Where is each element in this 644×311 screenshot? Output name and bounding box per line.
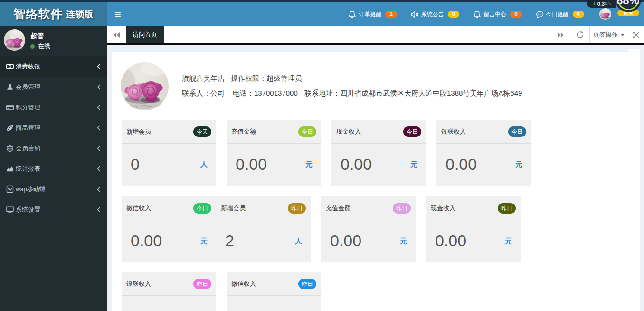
stat-card-badge: 今日 (193, 203, 211, 214)
sidebar-toggle-button[interactable] (107, 2, 128, 26)
stat-card-value: 0.00 (131, 232, 162, 250)
stat-card-header: 新增会员今天 (122, 120, 216, 144)
sidebar: 超管 在线 消费收银会员管理积分管理商品管理会员营销统计报表wap移动端系统设置 (0, 26, 107, 311)
stat-card-badge: 昨日 (193, 279, 211, 289)
bell-icon (348, 10, 359, 19)
stat-card-body: 0.00元 (321, 220, 416, 262)
sidebar-menu: 消费收银会员管理积分管理商品管理会员营销统计报表wap移动端系统设置 (0, 56, 107, 220)
sidebar-item-label: 会员营销 (16, 144, 40, 153)
sidebar-user-status[interactable]: 在线 (30, 42, 50, 50)
avatar-image (121, 62, 169, 110)
fullscreen-button[interactable] (628, 26, 644, 43)
tab-controls: 页签操作 (551, 26, 644, 43)
content-area: 旗舰店美年店 操作权限：超级管理员 联系人：公司 电话：13700137000 … (107, 45, 644, 311)
sidebar-item-user[interactable]: 会员管理 (0, 77, 107, 97)
expand-icon (633, 31, 640, 39)
sidebar-item-wap[interactable]: wap移动端 (0, 179, 107, 199)
sidebar-avatar[interactable] (4, 29, 25, 51)
desktop-icon (6, 206, 14, 214)
forward-icon (557, 32, 565, 38)
dashboard-panel: 旗舰店美年店 操作权限：超级管理员 联系人：公司 电话：13700137000 … (112, 49, 640, 311)
stat-card-body (227, 296, 321, 311)
sidebar-item-desktop[interactable]: 系统设置 (0, 199, 107, 220)
user-icon (6, 83, 14, 91)
navbar-menu: 订单提醒1系统公告0留言中心0今日提醒0 (334, 2, 584, 26)
stat-card-body: 0.00元 (122, 220, 216, 262)
stat-card-value: 0.00 (445, 155, 477, 174)
stat-card-label: 新增会员 (221, 204, 246, 213)
stat-card: 现金收入今日0.00元 (331, 120, 426, 186)
navbar-item-today-reminder[interactable]: 今日提醒0 (536, 10, 584, 19)
download-speed: 0.3 (597, 1, 605, 7)
chevron-left-icon (97, 84, 101, 90)
navbar-item-system-announcement[interactable]: 系统公告0 (411, 10, 459, 19)
shop-phone: 电话：13700137000 (233, 89, 298, 98)
stat-card-value: 2 (225, 232, 234, 250)
tab-home[interactable]: 访问首页 (126, 26, 164, 43)
stat-card-label: 充值金额 (326, 204, 350, 213)
stat-card-header: 微信收入今日 (122, 196, 216, 220)
stat-card-header: 银联收入昨日 (122, 272, 216, 296)
avatar-image (4, 29, 25, 51)
credit-card-icon (6, 104, 14, 111)
area-chart-icon (6, 165, 14, 173)
usage-gauge[interactable]: 88% (616, 0, 641, 13)
stat-card-body: 0.00元 (436, 144, 531, 185)
sidebar-item-area-chart[interactable]: 统计报表 (0, 158, 107, 179)
stat-card: 现金收入昨日0.00元 (426, 196, 521, 262)
bell-icon (473, 10, 483, 19)
stat-card-body: 0.00元 (426, 220, 521, 262)
shop-contact: 联系人：公司 (182, 89, 225, 98)
stat-card-unit: 元 (305, 160, 313, 169)
stat-card-badge: 今天 (193, 126, 211, 137)
logo-subtitle: 连锁版 (66, 8, 94, 20)
navbar-item-label: 今日提醒 (546, 10, 569, 19)
sidebar-user-name: 超管 (30, 32, 44, 40)
tab-operations-dropdown[interactable]: 页签操作 (589, 26, 628, 43)
caret-down-icon (621, 34, 625, 36)
shop-name: 旗舰店美年店 (182, 74, 225, 83)
stat-card: 银联收入昨日 (122, 272, 216, 311)
sidebar-item-leaf[interactable]: 商品管理 (0, 117, 107, 138)
stat-card-header: 现金收入今日 (331, 120, 426, 144)
shop-permission: 操作权限：超级管理员 (231, 74, 302, 83)
hamburger-icon (115, 11, 121, 18)
sidebar-item-money[interactable]: 消费收银 (0, 56, 107, 77)
navbar-item-label: 留言中心 (483, 10, 506, 19)
sidebar-item-globe[interactable]: 会员营销 (0, 138, 107, 158)
navbar-item-label: 系统公告 (421, 10, 444, 19)
chevron-left-icon (97, 207, 101, 213)
stat-card-header: 微信收入昨日 (227, 272, 321, 296)
stat-card-badge: 今日 (403, 126, 421, 137)
money-icon (6, 63, 14, 70)
sidebar-item-credit-card[interactable]: 积分管理 (0, 97, 107, 117)
tab-refresh-button[interactable] (570, 26, 589, 43)
navbar-item-order-reminder[interactable]: 订单提醒1 (348, 10, 397, 19)
stat-card-value: 0.00 (435, 232, 466, 250)
stat-card-badge: 昨日 (298, 279, 316, 289)
network-speed-box[interactable]: 0.3 K/s (587, 0, 616, 8)
tabs-scroll-right-button[interactable] (551, 26, 570, 43)
refresh-icon (576, 31, 584, 39)
navbar-avatar[interactable] (599, 8, 611, 20)
stat-card-badge: 昨日 (393, 203, 411, 214)
stat-card-badge: 昨日 (498, 203, 516, 214)
stat-card-label: 现金收入 (431, 204, 455, 213)
stat-card-header: 银联收入今日 (436, 120, 531, 144)
stat-card-value: 0 (131, 155, 140, 174)
stat-card-header: 新增会员昨日 (216, 196, 311, 220)
stat-card-header: 充值金额昨日 (321, 196, 416, 220)
chevron-left-icon (97, 146, 101, 151)
comment-icon (536, 10, 546, 19)
stat-card-header: 充值金额今日 (227, 120, 321, 144)
navbar-item-label: 订单提醒 (359, 10, 381, 19)
logo-title: 智络软件 (14, 6, 63, 22)
sidebar-item-label: 系统设置 (16, 205, 40, 214)
notification-badge: 0 (510, 11, 521, 18)
sidebar-item-label: 统计报表 (16, 165, 40, 173)
stat-card-label: 现金收入 (336, 127, 361, 136)
navbar-item-message-center[interactable]: 留言中心0 (473, 10, 521, 19)
sidebar-user-panel: 超管 在线 (0, 26, 107, 56)
tabs-scroll-left-button[interactable] (107, 26, 126, 43)
app-logo[interactable]: 智络软件 连锁版 (0, 0, 107, 26)
